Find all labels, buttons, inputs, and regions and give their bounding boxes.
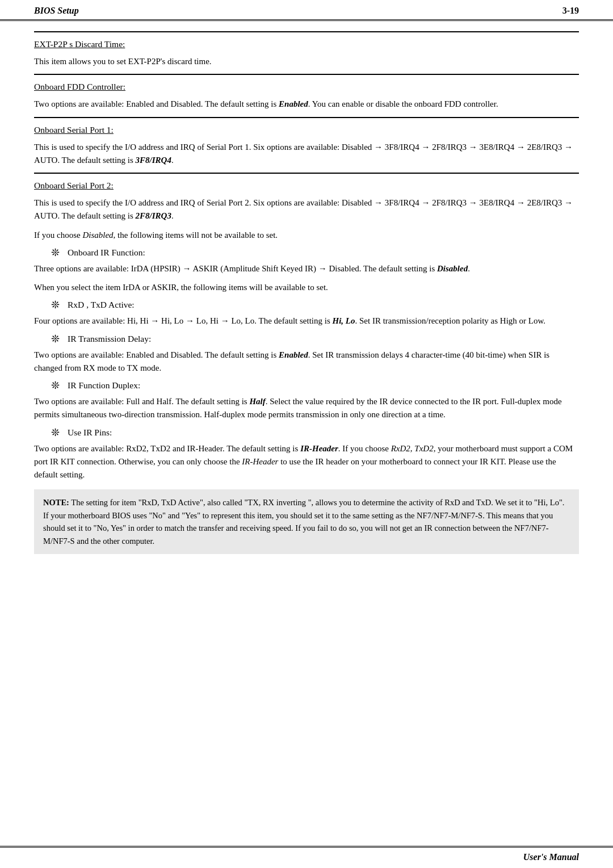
section-ext-p2p: EXT-P2P s Discard Time: This item allows… — [34, 31, 579, 68]
rxd-default: Hi, Lo — [332, 316, 355, 325]
subitem-marker-delay: ❊ — [51, 333, 60, 345]
note-box: NOTE: The setting for item "RxD, TxD Act… — [34, 489, 579, 554]
subitem-marker-duplex: ❊ — [51, 379, 60, 392]
subitem-rxd-txd: ❊ RxD , TxD Active: — [51, 300, 579, 311]
section-serial-2: Onboard Serial Port 2: This is used to s… — [34, 173, 579, 554]
disabled-italic: Disabled — [82, 230, 113, 240]
subitem-title-irpins: Use IR Pins: — [68, 427, 112, 438]
subitem-title-duplex: IR Function Duplex: — [68, 380, 140, 391]
section-title-serial-1: Onboard Serial Port 1: — [34, 125, 579, 135]
ir-default: Disabled — [437, 264, 468, 273]
subitem-use-ir-pins: ❊ Use IR Pins: — [51, 427, 579, 439]
section-title-fdd: Onboard FDD Controller: — [34, 82, 579, 92]
subitem-ir-delay: ❊ IR Transmission Delay: — [51, 334, 579, 345]
section-title-serial-2: Onboard Serial Port 2: — [34, 181, 579, 191]
subitem-marker-ir: ❊ — [51, 246, 60, 259]
subitem-onboard-ir: ❊ Onboard IR Function: — [51, 248, 579, 259]
subitem-body-rxd: Four options are available: Hi, Hi → Hi,… — [34, 315, 579, 328]
fdd-default: Enabled — [279, 99, 308, 108]
subitem-ir-duplex: ❊ IR Function Duplex: — [51, 380, 579, 392]
subitem-marker-irpins: ❊ — [51, 426, 60, 439]
subitem-body-irpins: Two options are available: RxD2, TxD2 an… — [34, 442, 579, 482]
delay-default: Enabled — [279, 350, 308, 359]
section-title-ext-p2p: EXT-P2P s Discard Time: — [34, 39, 579, 49]
section-fdd: Onboard FDD Controller: Two options are … — [34, 74, 579, 111]
duplex-default: Half — [249, 397, 265, 406]
subitem-title-delay: IR Transmission Delay: — [68, 334, 151, 344]
section-serial-1: Onboard Serial Port 1: This is used to s… — [34, 117, 579, 167]
subitem-title-rxd: RxD , TxD Active: — [68, 300, 135, 310]
subitem-body-delay: Two options are available: Enabled and D… — [34, 349, 579, 375]
subitem-extra-ir: When you select the item IrDA or ASKIR, … — [34, 281, 579, 294]
serial1-default: 3F8/IRQ4 — [136, 156, 171, 165]
header-page-number: 3-19 — [562, 6, 579, 16]
irpins-default: IR-Header — [300, 444, 338, 453]
subitem-body-ir: Three options are available: IrDA (HPSIR… — [34, 262, 579, 275]
page: BIOS Setup 3-19 EXT-P2P s Discard Time: … — [0, 0, 613, 868]
section-body-serial-2a: This is used to specify the I/O address … — [34, 196, 579, 223]
section-body-ext-p2p: This item allows you to set EXT-P2P's di… — [34, 55, 579, 68]
section-body-serial-1: This is used to specify the I/O address … — [34, 141, 579, 167]
subitem-marker-rxd: ❊ — [51, 299, 60, 311]
ir-header-italic: IR-Header — [242, 457, 278, 466]
page-footer: User's Manual — [0, 846, 613, 868]
page-content: EXT-P2P s Discard Time: This item allows… — [0, 21, 613, 846]
section-body-fdd: Two options are available: Enabled and D… — [34, 98, 579, 111]
header-title: BIOS Setup — [34, 6, 79, 16]
subitem-body-duplex: Two options are available: Full and Half… — [34, 395, 579, 422]
footer-title: User's Manual — [523, 852, 579, 862]
serial2-default: 2F8/IRQ3 — [136, 211, 171, 220]
rxd2-italic: RxD2, TxD2 — [391, 444, 434, 453]
section-body-serial-2b: If you choose Disabled, the following it… — [34, 229, 579, 242]
note-label: NOTE: — [43, 498, 69, 507]
note-text: The setting for item "RxD, TxD Active", … — [43, 498, 564, 545]
page-header: BIOS Setup 3-19 — [0, 0, 613, 21]
subitem-title-ir: Onboard IR Function: — [68, 248, 145, 258]
